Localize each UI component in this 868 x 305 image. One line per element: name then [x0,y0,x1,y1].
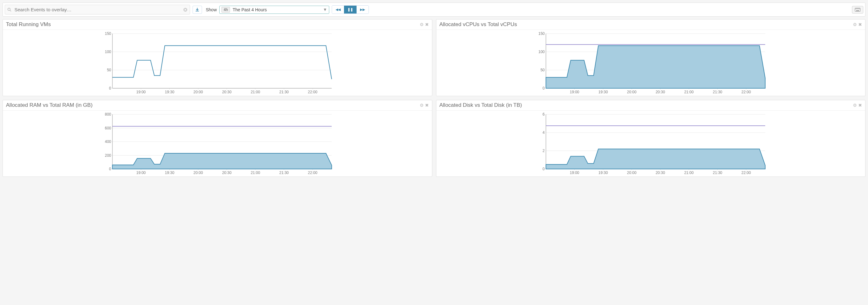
gear-icon[interactable]: ⚙ [420,103,424,108]
svg-text:2: 2 [542,149,545,153]
svg-text:22:00: 22:00 [308,171,317,175]
svg-text:22:00: 22:00 [741,171,751,175]
close-icon[interactable]: ✖ [425,103,429,108]
chevron-down-icon: ▼ [323,7,327,12]
chart-title: Total Running VMs [6,21,420,28]
svg-text:21:00: 21:00 [684,90,693,94]
svg-text:0: 0 [109,167,111,171]
range-tag: 4h [221,7,230,12]
clear-icon[interactable] [183,7,188,12]
gear-icon[interactable]: ⚙ [420,22,424,27]
chart-grid: Total Running VMs ⚙✖ 0501001508:3019:001… [0,19,868,179]
time-range-selector[interactable]: 4h The Past 4 Hours ▼ [219,6,329,14]
chart-title: Allocated vCPUs vs Total vCPUs [439,21,853,28]
svg-text:0: 0 [109,86,111,90]
chart-plot-3[interactable]: 02468:3019:0019:3020:0020:3021:0021:3022… [436,111,866,177]
close-icon[interactable]: ✖ [425,22,429,27]
svg-text:21:30: 21:30 [279,171,289,175]
close-icon[interactable]: ✖ [858,103,862,108]
chart-card-1: Allocated vCPUs vs Total vCPUs ⚙✖ 050100… [436,19,866,96]
svg-text:21:00: 21:00 [251,171,260,175]
svg-text:20:30: 20:30 [222,171,231,175]
svg-text:20:00: 20:00 [627,171,636,175]
svg-text:50: 50 [540,68,545,72]
svg-text:19:30: 19:30 [598,90,608,94]
rewind-button[interactable]: ◀◀ [332,6,344,13]
svg-text:21:00: 21:00 [251,90,260,94]
svg-text:800: 800 [105,113,111,117]
svg-text:19:30: 19:30 [165,90,174,94]
svg-text:50: 50 [107,68,111,72]
svg-text:400: 400 [105,140,111,144]
search-input[interactable] [5,5,190,14]
svg-text:21:30: 21:30 [713,90,722,94]
svg-text:19:00: 19:00 [569,171,579,175]
svg-text:0: 0 [542,86,545,90]
svg-text:19:30: 19:30 [598,171,608,175]
svg-text:20:00: 20:00 [193,90,203,94]
chart-title: Allocated Disk vs Total Disk (in TB) [439,102,853,109]
svg-text:20:00: 20:00 [193,171,203,175]
svg-text:600: 600 [105,126,111,130]
svg-text:22:00: 22:00 [308,90,317,94]
svg-text:200: 200 [105,153,111,158]
svg-rect-8 [859,8,860,9]
search-wrap [5,5,190,14]
chart-title: Allocated RAM vs Total RAM (in GB) [6,102,420,109]
playback-controls: ◀◀ ❚❚ ▶▶ [332,5,369,14]
svg-text:21:00: 21:00 [684,171,693,175]
svg-text:100: 100 [105,50,111,54]
svg-text:19:00: 19:00 [136,90,146,94]
svg-text:20:30: 20:30 [655,171,665,175]
chart-card-0: Total Running VMs ⚙✖ 0501001508:3019:001… [2,19,432,96]
toolbar: Show 4h The Past 4 Hours ▼ ◀◀ ❚❚ ▶▶ [2,2,866,17]
svg-rect-6 [857,8,858,9]
show-label: Show [206,7,217,12]
svg-text:0: 0 [542,167,545,171]
forward-button[interactable]: ▶▶ [356,6,369,13]
svg-rect-7 [858,8,859,9]
keyboard-button[interactable] [852,6,863,13]
svg-text:19:00: 19:00 [569,90,579,94]
chart-plot-1[interactable]: 0501001508:3019:0019:3020:0020:3021:0021… [436,30,866,96]
svg-text:20:30: 20:30 [222,90,231,94]
gear-icon[interactable]: ⚙ [853,22,857,27]
chart-card-3: Allocated Disk vs Total Disk (in TB) ⚙✖ … [436,100,866,177]
svg-text:150: 150 [105,32,111,36]
gear-icon[interactable]: ⚙ [853,103,857,108]
svg-text:20:30: 20:30 [655,90,665,94]
svg-text:20:00: 20:00 [627,90,636,94]
chart-plot-2[interactable]: 02004006008008:3019:0019:3020:0020:3021:… [3,111,432,177]
close-icon[interactable]: ✖ [858,22,862,27]
svg-text:4: 4 [542,130,545,135]
svg-text:21:30: 21:30 [713,171,722,175]
svg-rect-5 [857,8,857,9]
svg-text:6: 6 [542,113,545,117]
chart-card-2: Allocated RAM vs Total RAM (in GB) ⚙✖ 02… [2,100,432,177]
svg-text:100: 100 [538,50,545,54]
pause-button[interactable]: ❚❚ [344,6,356,13]
svg-text:19:00: 19:00 [136,171,146,175]
chart-plot-0[interactable]: 0501001508:3019:0019:3020:0020:3021:0021… [3,30,432,96]
download-button[interactable] [193,6,202,14]
svg-text:21:30: 21:30 [279,90,289,94]
svg-rect-4 [856,8,856,9]
range-text: The Past 4 Hours [232,7,320,12]
svg-text:22:00: 22:00 [741,90,751,94]
svg-text:150: 150 [538,32,545,36]
svg-rect-9 [856,10,859,11]
svg-text:19:30: 19:30 [165,171,174,175]
